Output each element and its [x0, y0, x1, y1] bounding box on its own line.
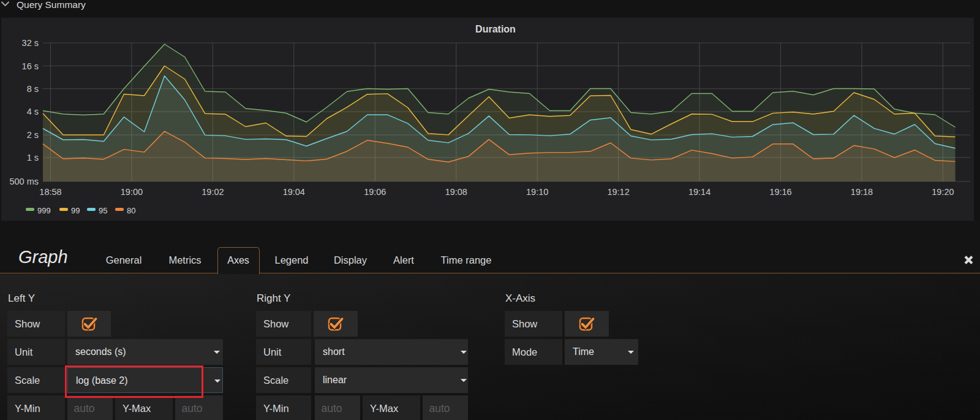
- svg-text:1 s: 1 s: [27, 153, 39, 162]
- svg-text:19:04: 19:04: [283, 187, 305, 197]
- svg-text:8 s: 8 s: [27, 84, 39, 94]
- svg-text:18:58: 18:58: [39, 187, 61, 197]
- svg-text:4 s: 4 s: [27, 107, 39, 116]
- svg-text:19:18: 19:18: [851, 187, 873, 197]
- svg-text:2 s: 2 s: [27, 130, 39, 140]
- svg-text:19:02: 19:02: [202, 187, 224, 197]
- svg-text:19:00: 19:00: [121, 187, 143, 197]
- svg-text:19:10: 19:10: [526, 187, 548, 197]
- svg-text:19:12: 19:12: [607, 187, 629, 197]
- svg-text:19:20: 19:20: [932, 187, 954, 197]
- svg-text:19:14: 19:14: [688, 187, 710, 197]
- svg-text:16 s: 16 s: [22, 61, 39, 71]
- svg-text:32 s: 32 s: [22, 38, 39, 48]
- svg-text:19:16: 19:16: [769, 187, 791, 197]
- svg-text:19:08: 19:08: [445, 187, 467, 197]
- svg-text:19:06: 19:06: [364, 187, 386, 197]
- svg-text:500 ms: 500 ms: [9, 177, 39, 186]
